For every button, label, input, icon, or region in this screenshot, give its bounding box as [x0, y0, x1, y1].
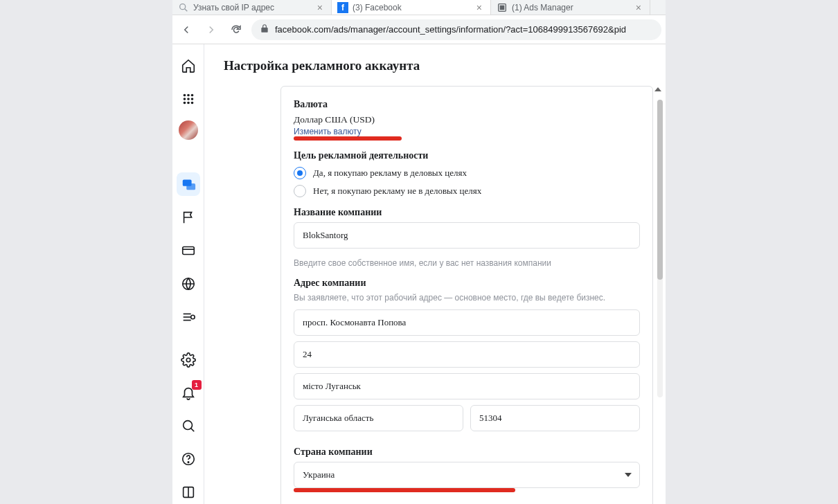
purpose-option-no[interactable]: Нет, я покупаю рекламу не в деловых целя…	[294, 185, 640, 197]
annotation-mark	[294, 136, 402, 141]
svg-point-5	[187, 93, 190, 96]
svg-line-24	[190, 429, 194, 432]
close-icon[interactable]: ×	[314, 3, 326, 12]
search-icon	[178, 2, 189, 13]
settings-card-wrapper: Валюта Доллар США (USD) Изменить валюту …	[280, 86, 653, 504]
gear-icon[interactable]	[177, 348, 200, 372]
tab-title: (3) Facebook	[353, 3, 470, 12]
currency-section: Валюта Доллар США (USD) Изменить валюту	[294, 99, 640, 141]
company-address-heading: Адрес компании	[294, 278, 640, 289]
scroll-up-arrow[interactable]	[654, 87, 661, 91]
ads-icon	[497, 2, 508, 13]
company-name-input[interactable]	[294, 222, 640, 249]
company-name-hint: Введите свое собственное имя, если у вас…	[294, 258, 640, 268]
radio-label: Нет, я покупаю рекламу не в деловых целя…	[313, 186, 481, 197]
company-name-section: Название компании Введите свое собственн…	[294, 207, 640, 268]
ads-manager-icon[interactable]	[177, 172, 200, 196]
browser-tabs-bar: Узнать свой IP адрес × f (3) Facebook × …	[172, 0, 666, 15]
panel-icon[interactable]	[177, 480, 200, 504]
avatar[interactable]	[179, 120, 198, 140]
left-sidebar: 1	[172, 44, 204, 504]
facebook-icon: f	[337, 2, 348, 13]
browser-tab-adsmanager[interactable]: (1) Ads Manager ×	[491, 0, 650, 15]
country-select[interactable]: Украина	[294, 462, 640, 488]
radio-icon	[294, 167, 306, 179]
apps-icon[interactable]	[177, 87, 200, 111]
lock-icon	[260, 24, 269, 35]
street-input[interactable]	[294, 309, 640, 336]
page-title: Настройка рекламного аккаунта	[224, 58, 666, 73]
svg-point-6	[190, 93, 193, 96]
street2-input[interactable]	[294, 341, 640, 368]
svg-line-1	[185, 8, 188, 11]
svg-rect-14	[186, 183, 195, 190]
svg-point-8	[187, 98, 190, 100]
help-icon[interactable]	[177, 447, 200, 471]
svg-point-22	[186, 358, 190, 362]
svg-point-10	[183, 101, 186, 104]
country-value: Украина	[294, 462, 640, 488]
close-icon[interactable]: ×	[633, 3, 644, 12]
globe-icon[interactable]	[177, 272, 200, 296]
browser-tab-ip[interactable]: Узнать свой IP адрес ×	[172, 0, 332, 15]
url-input[interactable]: facebook.com/ads/manager/account_setting…	[251, 19, 661, 40]
svg-point-26	[188, 462, 188, 462]
change-currency-link[interactable]: Изменить валюту	[294, 127, 640, 136]
svg-point-0	[180, 3, 186, 9]
radio-icon	[294, 185, 306, 197]
svg-point-23	[183, 421, 192, 430]
company-country-heading: Страна компании	[294, 447, 640, 458]
browser-tab-facebook[interactable]: f (3) Facebook ×	[332, 0, 491, 15]
city-input[interactable]	[294, 373, 640, 399]
company-country-section: Страна компании Украина	[294, 447, 640, 492]
svg-point-9	[190, 98, 193, 100]
reload-button[interactable]	[226, 20, 246, 39]
tab-title: (1) Ads Manager	[512, 3, 629, 12]
purpose-section: Цель рекламной деятельности Да, я покупа…	[294, 150, 640, 197]
svg-point-11	[187, 101, 190, 104]
browser-toolbar: facebook.com/ads/manager/account_setting…	[172, 15, 666, 44]
svg-point-21	[190, 315, 195, 319]
forward-button[interactable]	[202, 20, 221, 39]
purpose-heading: Цель рекламной деятельности	[294, 150, 640, 161]
browser-window: Узнать свой IP адрес × f (3) Facebook × …	[172, 0, 666, 504]
svg-rect-15	[182, 247, 194, 255]
main-panel: Настройка рекламного аккаунта Валюта Дол…	[204, 44, 666, 504]
svg-point-7	[183, 98, 186, 100]
page-content: 1 Настройка рекламного аккаунта	[172, 44, 666, 504]
svg-point-4	[183, 93, 186, 96]
svg-point-12	[190, 101, 193, 104]
purpose-option-yes[interactable]: Да, я покупаю рекламу в деловых целях	[294, 167, 640, 179]
currency-heading: Валюта	[294, 99, 640, 110]
scrollbar-track[interactable]	[657, 100, 663, 397]
home-icon[interactable]	[177, 54, 200, 78]
zip-input[interactable]	[470, 405, 640, 431]
company-address-section: Адрес компании Вы заявляете, что этот ра…	[294, 278, 640, 437]
settings-card: Валюта Доллар США (USD) Изменить валюту …	[280, 86, 653, 504]
search-icon[interactable]	[177, 414, 200, 438]
currency-value: Доллар США (USD)	[294, 114, 640, 125]
chevron-down-icon	[625, 473, 632, 477]
region-input[interactable]	[294, 405, 463, 431]
back-button[interactable]	[177, 20, 196, 39]
svg-rect-3	[500, 6, 503, 9]
scrollbar-thumb[interactable]	[657, 100, 663, 280]
card-icon[interactable]	[177, 239, 200, 262]
annotation-mark	[294, 488, 515, 492]
close-icon[interactable]: ×	[474, 3, 485, 12]
company-address-subtext: Вы заявляете, что этот рабочий адрес — о…	[294, 293, 640, 303]
tab-title: Узнать свой IP адрес	[193, 3, 310, 12]
company-name-heading: Название компании	[294, 207, 640, 218]
url-text: facebook.com/ads/manager/account_setting…	[275, 24, 626, 35]
notifications-icon[interactable]: 1	[177, 381, 200, 405]
settings-list-icon[interactable]	[177, 305, 200, 329]
notification-badge: 1	[192, 380, 202, 390]
radio-label: Да, я покупаю рекламу в деловых целях	[313, 168, 467, 179]
flag-icon[interactable]	[177, 206, 200, 229]
